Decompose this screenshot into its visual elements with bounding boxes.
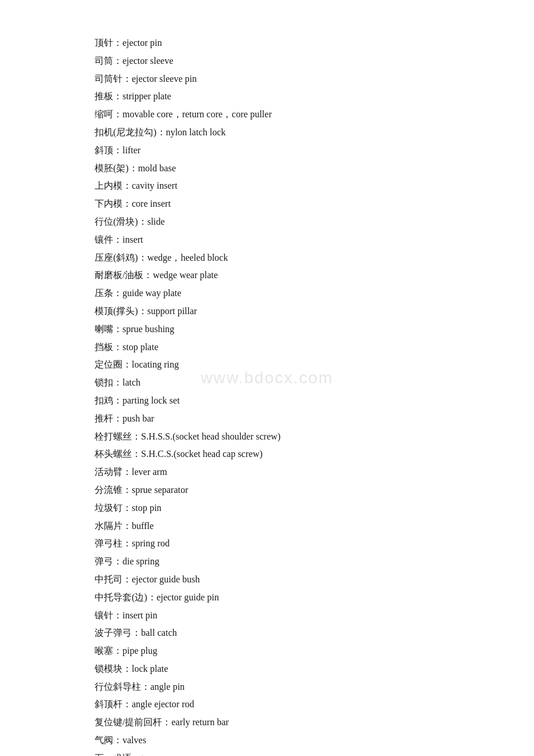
- list-item: 中托导套(边)：ejector guide pin: [95, 589, 439, 606]
- list-item: 推杆：push bar: [95, 411, 439, 427]
- term-en: movable core，return core，core puller: [122, 109, 272, 119]
- term-zh: 喉塞：: [95, 646, 122, 656]
- list-item: 镶件：insert: [95, 232, 439, 249]
- term-en: insert pin: [122, 610, 157, 620]
- term-zh: 水隔片：: [95, 521, 132, 531]
- term-zh: 斜顶：: [95, 145, 122, 155]
- term-en: stop pin: [132, 503, 161, 513]
- term-zh: 中托导套(边)：: [95, 592, 157, 602]
- term-en: spring rod: [132, 538, 169, 548]
- term-zh: 中托司：: [95, 574, 132, 584]
- term-en: guide way plate: [122, 288, 181, 298]
- term-zh: 行位(滑块)：: [95, 217, 147, 226]
- list-item: 顶针：ejector pin: [95, 35, 439, 52]
- term-zh: 司筒：: [95, 56, 122, 66]
- term-zh: 栓打螺丝：: [95, 431, 141, 441]
- term-en: angle ejector rod: [132, 699, 194, 709]
- term-zh: 司筒针：: [95, 74, 132, 84]
- term-zh: 弹弓：: [95, 556, 122, 566]
- term-en: S.H.C.S.(socket head cap screw): [141, 449, 262, 459]
- list-item: 上内模：cavity insert: [95, 178, 439, 195]
- term-en: wedge wear plate: [153, 270, 218, 280]
- list-item: 司筒：ejector sleeve: [95, 53, 439, 70]
- term-en: early return bar: [171, 717, 229, 727]
- term-en: ejector pin: [122, 38, 162, 48]
- list-item: 活动臂：lever arm: [95, 464, 439, 481]
- list-item: 水隔片：buffle: [95, 518, 439, 535]
- list-item: 斜顶杆：angle ejector rod: [95, 696, 439, 713]
- list-item: 气阀：valves: [95, 732, 439, 749]
- term-zh: 喇嘴：: [95, 324, 122, 334]
- list-item: 模顶(撑头)：support pillar: [95, 303, 439, 320]
- list-item: 杯头螺丝：S.H.C.S.(socket head cap screw): [95, 446, 439, 463]
- list-item: 行位(滑块)：slide: [95, 214, 439, 231]
- term-en: lifter: [122, 145, 140, 155]
- term-zh: 锁扣：: [95, 377, 122, 387]
- term-zh: 模胚(架)：: [95, 163, 138, 173]
- list-item: 喇嘴：sprue bushing: [95, 321, 439, 338]
- term-zh: 模顶(撑头)：: [95, 306, 147, 316]
- term-zh: 垃圾钉：: [95, 503, 132, 513]
- term-zh: 杯头螺丝：: [95, 449, 141, 459]
- list-item: 五、术语：terms: [95, 750, 439, 756]
- term-en: push bar: [122, 413, 154, 423]
- term-en: stripper plate: [122, 91, 171, 101]
- list-item: 司筒针：ejector sleeve pin: [95, 71, 439, 88]
- term-en: sprue separator: [132, 485, 188, 495]
- term-zh: 下内模：: [95, 199, 132, 208]
- term-zh: 推杆：: [95, 413, 122, 423]
- term-en: core insert: [132, 199, 171, 208]
- list-item: 扣鸡：parting lock set: [95, 393, 439, 409]
- list-item: 中托司：ejector guide bush: [95, 571, 439, 588]
- terminology-list: 顶针：ejector pin司筒：ejector sleeve司筒针：eject…: [95, 35, 439, 756]
- term-zh: 波子弹弓：: [95, 628, 141, 638]
- term-zh: 扣机(尼龙拉勾)：: [95, 127, 166, 137]
- term-en: ejector sleeve pin: [132, 74, 197, 84]
- term-en: latch: [122, 377, 140, 387]
- list-item: 推板：stripper plate: [95, 88, 439, 105]
- term-zh: 缩呵：: [95, 109, 122, 119]
- term-zh: 顶针：: [95, 38, 122, 48]
- list-item: 栓打螺丝：S.H.S.S.(socket head shoulder screw…: [95, 429, 439, 445]
- list-item: 锁扣：latch: [95, 375, 439, 391]
- term-zh: 挡板：: [95, 342, 122, 352]
- list-item: 斜顶：lifter: [95, 142, 439, 159]
- term-en: parting lock set: [122, 395, 180, 405]
- term-en: terms: [141, 753, 162, 756]
- list-item: 缩呵：movable core，return core，core puller: [95, 106, 439, 123]
- list-item: 扣机(尼龙拉勾)：nylon latch lock: [95, 124, 439, 141]
- term-en: pipe plug: [122, 646, 157, 656]
- term-en: angle pin: [150, 682, 185, 692]
- term-en: sprue bushing: [122, 324, 174, 334]
- term-en: S.H.S.S.(socket head shoulder screw): [141, 431, 280, 441]
- term-en: mold base: [138, 163, 176, 173]
- term-en: nylon latch lock: [166, 127, 226, 137]
- term-en: valves: [122, 735, 146, 745]
- term-en: locating ring: [132, 359, 179, 369]
- list-item: 锁模块：lock plate: [95, 661, 439, 678]
- term-en: ejector guide bush: [132, 574, 200, 584]
- list-item: 垃圾钉：stop pin: [95, 500, 439, 517]
- term-en: cavity insert: [132, 181, 178, 190]
- term-zh: 锁模块：: [95, 664, 132, 674]
- term-zh: 行位斜导柱：: [95, 682, 150, 692]
- term-zh: 扣鸡：: [95, 395, 122, 405]
- list-item: 复位键/提前回杆：early return bar: [95, 714, 439, 731]
- term-zh: 定位圈：: [95, 359, 132, 369]
- term-zh: 镶件：: [95, 235, 122, 244]
- term-en: support pillar: [147, 306, 197, 316]
- term-en: slide: [147, 217, 165, 226]
- term-zh: 压条：: [95, 288, 122, 298]
- term-zh: 分流锥：: [95, 485, 132, 495]
- term-zh: 斜顶杆：: [95, 699, 132, 709]
- term-en: insert: [122, 235, 143, 244]
- list-item: 定位圈：locating ring: [95, 357, 439, 373]
- term-en: ejector sleeve: [122, 56, 174, 66]
- term-en: lock plate: [132, 664, 168, 674]
- term-zh: 弹弓柱：: [95, 538, 132, 548]
- term-zh: 气阀：: [95, 735, 122, 745]
- list-item: 弹弓柱：spring rod: [95, 535, 439, 552]
- term-zh: 五、术语：: [95, 753, 141, 756]
- list-item: 喉塞：pipe plug: [95, 643, 439, 660]
- list-item: 下内模：core insert: [95, 196, 439, 213]
